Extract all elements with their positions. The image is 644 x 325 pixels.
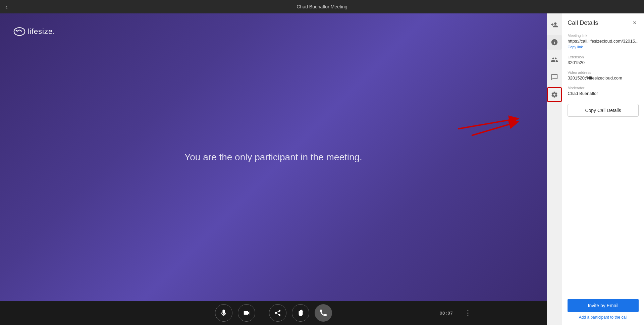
camera-button[interactable]: [238, 304, 255, 322]
settings-icon: [551, 91, 558, 98]
copy-link-button[interactable]: Copy link: [568, 45, 583, 49]
share-button[interactable]: [269, 304, 286, 322]
moderator-section: Moderator Chad Buenaflor: [568, 86, 639, 96]
sidebar-nav-people[interactable]: [547, 52, 562, 67]
copy-call-details-button[interactable]: Copy Call Details: [568, 104, 639, 117]
person-add-icon: [551, 21, 558, 29]
sidebar-nav-settings[interactable]: [547, 87, 562, 102]
red-arrow-annotation: [451, 102, 525, 142]
meeting-link-section: Meeting link https://call.lifesizecloud.…: [568, 34, 639, 50]
video-content: lifesize. You are the only participant i…: [8, 21, 539, 293]
sidebar-nav: [547, 13, 562, 325]
info-icon: [551, 39, 558, 46]
lifesize-logo: lifesize.: [13, 27, 55, 36]
svg-line-4: [472, 122, 517, 136]
hand-icon: [297, 309, 304, 317]
svg-point-1: [16, 30, 17, 32]
extension-label: Extension: [568, 55, 639, 59]
raise-hand-button[interactable]: [292, 304, 309, 322]
video-area: lifesize. You are the only participant i…: [0, 13, 547, 325]
extension-section: Extension 3201520: [568, 55, 639, 65]
more-options-button[interactable]: ⋮: [463, 309, 473, 317]
end-call-button[interactable]: [315, 304, 332, 322]
meeting-title: Chad Buenaflor Meeting: [297, 4, 347, 9]
video-address-value: 3201520@lifesizecloud.com: [568, 75, 639, 80]
camera-icon: [243, 309, 250, 317]
controls-divider: [262, 306, 262, 320]
video-address-section: Video address 3201520@lifesizecloud.com: [568, 70, 639, 80]
sidebar-spacer: [568, 122, 639, 299]
microphone-button[interactable]: [215, 304, 232, 322]
lifesize-logo-text: lifesize.: [28, 27, 55, 36]
main-content: lifesize. You are the only participant i…: [0, 13, 644, 325]
people-icon: [551, 56, 558, 63]
call-timer: 00:07: [440, 311, 453, 316]
sidebar-nav-chat[interactable]: [547, 70, 562, 85]
meeting-link-value: https://call.lifesizecloud.com/32015...: [568, 39, 639, 44]
sidebar-header: Call Details ×: [568, 19, 639, 27]
extension-value: 3201520: [568, 60, 639, 65]
svg-point-0: [14, 28, 25, 35]
sidebar: Call Details × Meeting link https://call…: [547, 13, 644, 325]
sidebar-content: Call Details × Meeting link https://call…: [562, 13, 644, 325]
add-participant-link[interactable]: Add a participant to the call: [568, 315, 639, 320]
svg-line-3: [458, 119, 517, 129]
share-icon: [274, 309, 281, 317]
moderator-value: Chad Buenaflor: [568, 91, 639, 96]
sidebar-title: Call Details: [568, 19, 598, 26]
meeting-link-label: Meeting link: [568, 34, 639, 38]
sidebar-nav-info[interactable]: [547, 35, 562, 50]
moderator-label: Moderator: [568, 86, 639, 90]
microphone-icon: [220, 309, 227, 317]
top-bar: ‹ Chad Buenaflor Meeting: [0, 0, 644, 13]
meeting-message: You are the only participant in the meet…: [184, 152, 362, 163]
chat-icon: [551, 73, 558, 81]
sidebar-nav-invite[interactable]: [547, 17, 562, 32]
video-address-label: Video address: [568, 70, 639, 74]
back-button[interactable]: ‹: [5, 3, 8, 11]
invite-by-email-button[interactable]: Invite by Email: [568, 299, 639, 312]
close-button[interactable]: ×: [631, 19, 639, 27]
bottom-controls: 00:07 ⋮: [0, 301, 547, 325]
end-call-icon: [319, 309, 328, 317]
lifesize-logo-icon: [13, 27, 25, 36]
